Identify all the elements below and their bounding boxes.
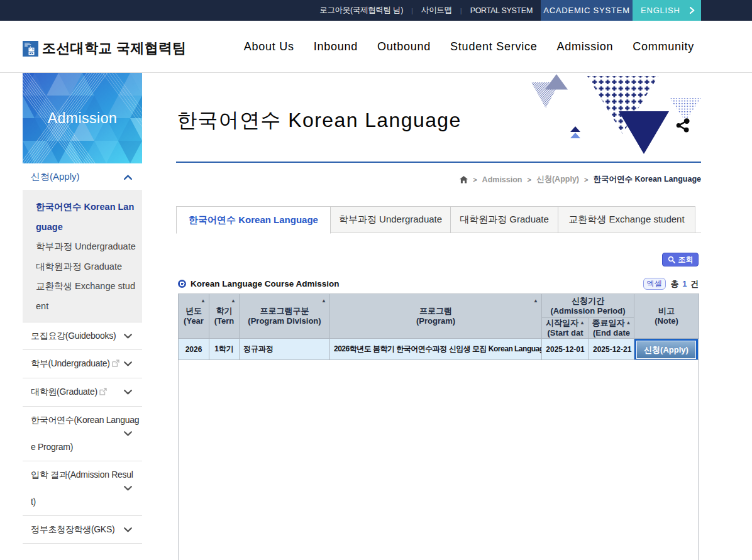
sort-asc-icon: ▲ (626, 320, 631, 326)
excel-export-button[interactable]: 엑셀 (643, 278, 666, 290)
sidebar-banner: Admission (23, 73, 142, 163)
decorative-triangles (527, 73, 703, 158)
col-header-division[interactable]: 프로그램구분(Program Division)▲ (240, 294, 330, 339)
col-header-end-date[interactable]: 종료일자▲(End date (589, 318, 634, 339)
logo-text: 조선대학교 국제협력팀 (42, 39, 186, 58)
chevron-down-icon (124, 431, 132, 436)
admission-table: 년도(Year▲ 학기(Tern▲ 프로그램구분(Program Divisio… (178, 294, 699, 360)
page-title: 한국어연수 Korean Language (177, 110, 462, 130)
academic-system-link[interactable]: ACADEMIC SYSTEM (541, 0, 633, 21)
site-logo[interactable]: 조선대학교 국제협력팀 (23, 39, 186, 58)
submenu-graduate[interactable]: 대학원과정 Graduate (36, 257, 138, 277)
sidebar-item-graduate[interactable]: 대학원(Graduate) (23, 378, 142, 406)
nav-student-service[interactable]: Student Service (450, 40, 537, 53)
academic-system-label: ACADEMIC SYSTEM (543, 6, 630, 15)
submenu-row: 한국어연수 Korean Language (36, 197, 138, 237)
language-switch-english[interactable]: ENGLISH (633, 0, 701, 21)
page: 로그아웃(국제협력팀 님) | 사이트맵 | PORTAL SYSTEM ACA… (0, 0, 752, 560)
grid-empty-area (178, 360, 699, 560)
site-header: 조선대학교 국제협력팀 About Us Inbound Outbound St… (0, 21, 752, 73)
solid-navy-triangle (619, 111, 669, 154)
nav-admission[interactable]: Admission (556, 40, 613, 53)
submenu-row: 대학원과정 Graduate (36, 257, 138, 277)
cell-program: 2026학년도 봄학기 한국어연수과정 신입생 모집 Korean Langua… (330, 339, 542, 360)
col-header-period: 신청기간(Admission Period) (542, 294, 634, 318)
tab-graduate[interactable]: 대학원과정 Graduate (451, 206, 558, 233)
breadcrumb-home[interactable] (460, 176, 468, 184)
search-icon (668, 256, 675, 263)
submenu-korean-language[interactable]: 한국어연수 Korean Language (36, 197, 138, 237)
tab-bar: 한국어연수 Korean Language 학부과정 Undergraduate… (176, 206, 701, 233)
col-header-term[interactable]: 학기(Tern▲ (209, 294, 240, 339)
total-count: 총 1 건 (671, 278, 699, 290)
top-utility-bar: 로그아웃(국제협력팀 님) | 사이트맵 | PORTAL SYSTEM ACA… (0, 0, 752, 21)
chevron-up-icon (124, 175, 132, 180)
col-header-start-date[interactable]: 시작일자▲(Start dat (542, 318, 589, 339)
grid-tools: 엑셀 총 1 건 (643, 278, 699, 290)
apply-button[interactable]: 신청(Apply) (634, 339, 698, 360)
breadcrumb-separator: > (473, 176, 477, 184)
tab-korean-language[interactable]: 한국어연수 Korean Language (176, 206, 331, 234)
chevron-right-icon (690, 7, 695, 14)
tab-exchange-student[interactable]: 교환학생 Exchange student (558, 206, 695, 233)
chevron-down-icon (124, 361, 132, 366)
sitemap-link[interactable]: 사이트맵 (421, 5, 452, 16)
cell-term: 1학기 (209, 339, 240, 360)
cell-year: 2026 (179, 339, 209, 360)
tab-undergraduate[interactable]: 학부과정 Undergraduate (331, 206, 451, 233)
sidebar-item-undergraduate[interactable]: 학부(Undergraduate) (23, 349, 142, 378)
portal-system-link[interactable]: PORTAL SYSTEM (470, 6, 533, 15)
breadcrumb-separator: > (528, 176, 531, 184)
submenu-row: 교환학생 Exchange student (36, 277, 138, 316)
cell-end-date: 2025-12-21 (589, 339, 634, 360)
chevron-down-icon (124, 527, 132, 532)
nav-about-us[interactable]: About Us (244, 40, 294, 53)
nav-inbound[interactable]: Inbound (314, 40, 358, 53)
submenu-row: 학부과정 Undergraduate (36, 237, 138, 257)
chevron-down-icon (124, 390, 132, 395)
nav-community[interactable]: Community (633, 40, 694, 53)
sort-asc-icon: ▲ (201, 296, 206, 306)
sidebar-item-guidebooks[interactable]: 모집요강(Guidebooks) (23, 322, 142, 349)
sort-asc-icon: ▲ (321, 296, 326, 306)
nav-outbound[interactable]: Outbound (377, 40, 431, 53)
col-header-program[interactable]: 프로그램(Program)▲ (330, 294, 542, 339)
sidebar-item-label: 한국어연수(Korean Language Program) (31, 415, 139, 452)
external-link-icon (112, 351, 119, 378)
total-count-number: 1 (682, 279, 687, 288)
col-header-year[interactable]: 년도(Year▲ (179, 294, 209, 339)
share-icon (676, 118, 691, 133)
sort-asc-icon: ▲ (533, 296, 538, 306)
sidebar-banner-title: Admission (23, 73, 142, 163)
sidebar: Admission 신청(Apply) 한국어연수 Korean Languag… (23, 73, 142, 544)
search-button-label: 조회 (678, 255, 694, 265)
topbar-divider: | (411, 7, 413, 14)
search-button[interactable]: 조회 (662, 253, 699, 266)
sidebar-item-label: 입학 결과(Admission Result) (31, 469, 133, 507)
external-link-icon (99, 379, 107, 406)
sidebar-item-admission-result[interactable]: 입학 결과(Admission Result) (23, 461, 142, 515)
grid-title-text: Korean Language Course Admission (191, 279, 340, 288)
sidebar-group-apply-label: 신청(Apply) (31, 171, 80, 182)
bullet-icon (178, 280, 186, 288)
breadcrumb-admission[interactable]: Admission (482, 175, 523, 184)
submenu-undergraduate[interactable]: 학부과정 Undergraduate (36, 237, 138, 257)
sidebar-group-apply[interactable]: 신청(Apply) (23, 163, 142, 190)
sidebar-submenu: 한국어연수 Korean Language 학부과정 Undergraduate… (23, 190, 142, 322)
share-button[interactable] (676, 118, 691, 133)
title-divider (176, 162, 701, 163)
home-icon (460, 176, 468, 184)
sidebar-item-label: 정부초청장학생(GKS) (31, 524, 114, 534)
sidebar-item-gks[interactable]: 정부초청장학생(GKS) (23, 515, 142, 544)
cell-note: 신청(Apply) (634, 339, 699, 360)
chevron-down-icon (124, 486, 132, 491)
breadcrumb: > Admission > 신청(Apply) > 한국어연수 Korean L… (460, 174, 701, 185)
breadcrumb-apply[interactable]: 신청(Apply) (536, 174, 579, 185)
sidebar-item-korean-program[interactable]: 한국어연수(Korean Language Program) (23, 406, 142, 461)
sort-asc-icon: ▲ (580, 320, 585, 326)
cell-start-date: 2025-12-01 (542, 339, 589, 360)
chevron-down-icon (124, 334, 132, 339)
submenu-exchange-student[interactable]: 교환학생 Exchange student (36, 277, 138, 316)
logout-link[interactable]: 로그아웃(국제협력팀 님) (319, 5, 403, 16)
english-label: ENGLISH (641, 6, 680, 15)
